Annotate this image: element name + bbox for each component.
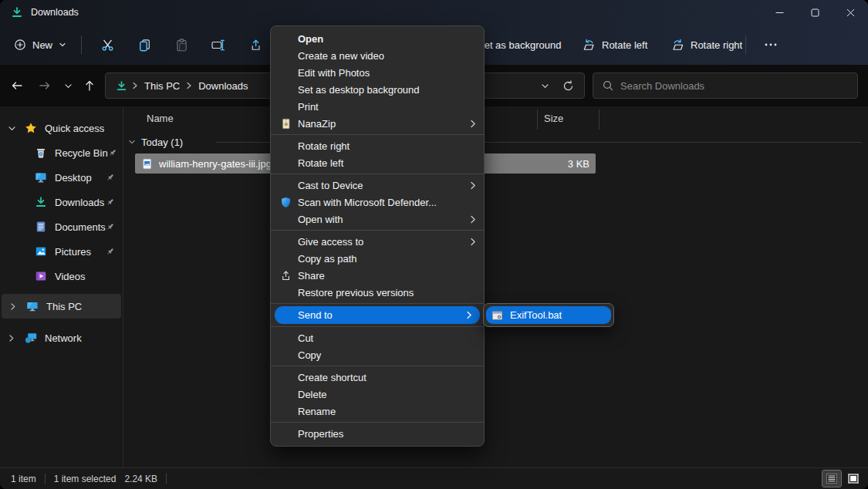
breadcrumb-this-pc[interactable]: This PC <box>143 80 181 92</box>
menu-item-copy-as-path[interactable]: Copy as path <box>271 250 484 267</box>
sidebar-item-network[interactable]: Network <box>0 325 123 350</box>
sidebar: Quick access Recycle Bin Desktop <box>0 106 123 467</box>
menu-item-share[interactable]: Share <box>271 267 484 284</box>
paste-button[interactable] <box>163 31 200 59</box>
rotate-right-icon <box>671 39 684 52</box>
sidebar-item-label: This PC <box>46 301 82 312</box>
submenu-item-exiftool-bat[interactable]: ExifTool.bat <box>486 306 611 324</box>
chevron-down-icon <box>59 41 66 49</box>
sidebar-item-pictures[interactable]: Pictures <box>0 239 123 264</box>
breadcrumb-chevron-icon <box>132 82 138 89</box>
status-item-count: 1 item <box>11 474 36 484</box>
copy-button[interactable] <box>126 31 163 59</box>
file-list-area: Name Size Today (1) william-henry-gates-… <box>123 106 868 467</box>
file-explorer-window: Downloads New <box>0 0 868 489</box>
submenu-arrow-icon <box>466 311 472 319</box>
menu-item-print[interactable]: Print <box>271 98 484 115</box>
send-to-submenu: ExifTool.bat <box>483 303 614 327</box>
bat-file-icon <box>491 310 503 321</box>
menu-item-send-to[interactable]: Send to <box>275 306 480 324</box>
copy-icon <box>138 39 151 52</box>
large-icons-view-button[interactable] <box>844 470 863 487</box>
chevron-down-icon[interactable] <box>8 124 17 133</box>
menu-item-cast-to-device[interactable]: Cast to Device <box>271 177 484 194</box>
rename-icon <box>211 39 225 52</box>
maximize-button[interactable] <box>797 0 833 25</box>
chevron-right-icon[interactable] <box>9 302 19 311</box>
forward-button[interactable] <box>34 75 56 96</box>
sidebar-item-quick-access[interactable]: Quick access <box>0 116 123 140</box>
submenu-arrow-icon <box>470 238 476 246</box>
network-icon <box>25 332 37 344</box>
share-icon <box>280 270 298 282</box>
search-box[interactable] <box>593 73 858 99</box>
plus-circle-icon <box>14 39 26 51</box>
menu-item-copy[interactable]: Copy <box>271 346 484 363</box>
up-button[interactable] <box>79 75 100 96</box>
menu-item-scan-with-microsoft-defender[interactable]: Scan with Microsoft Defender... <box>271 194 484 211</box>
rotate-right-button[interactable]: Rotate right <box>671 25 742 65</box>
paste-icon <box>175 39 188 52</box>
rename-button[interactable] <box>200 31 237 59</box>
menu-item-edit-with-photos[interactable]: Edit with Photos <box>271 64 484 81</box>
close-button[interactable] <box>833 0 868 25</box>
defender-shield-icon <box>280 197 298 208</box>
details-view-icon <box>826 474 837 484</box>
cut-button[interactable] <box>89 31 126 59</box>
menu-item-create-a-new-video[interactable]: Create a new video <box>271 47 484 64</box>
new-button[interactable]: New <box>6 31 74 59</box>
menu-item-properties[interactable]: Properties <box>271 425 484 442</box>
status-selected-size: 2.24 KB <box>124 474 157 484</box>
sidebar-item-documents[interactable]: Documents <box>0 214 123 239</box>
column-divider[interactable] <box>599 110 599 130</box>
details-view-button[interactable] <box>822 470 841 487</box>
sidebar-item-recycle-bin[interactable]: Recycle Bin <box>0 140 123 165</box>
search-icon <box>603 80 613 91</box>
search-input[interactable] <box>620 80 848 92</box>
breadcrumb-downloads[interactable]: Downloads <box>197 80 249 92</box>
sidebar-item-label: Downloads <box>55 197 104 208</box>
menu-item-rename[interactable]: Rename <box>271 403 484 420</box>
set-as-background-label: Set as background <box>478 39 561 51</box>
menu-item-rotate-left[interactable]: Rotate left <box>271 154 484 171</box>
arrow-right-icon <box>39 79 51 92</box>
arrow-left-icon <box>11 79 23 92</box>
menu-item-set-as-desktop-background[interactable]: Set as desktop background <box>271 81 484 98</box>
group-header-today[interactable]: Today (1) <box>128 135 183 149</box>
rotate-left-button[interactable]: Rotate left <box>583 25 647 65</box>
status-bar: 1 item 1 item selected 2.24 KB <box>0 467 868 489</box>
submenu-arrow-icon <box>470 181 476 190</box>
refresh-button[interactable] <box>556 75 579 96</box>
set-as-background-button[interactable]: Set as background <box>478 25 561 65</box>
chevron-right-icon[interactable] <box>8 334 17 342</box>
chevron-down-icon[interactable] <box>128 138 136 146</box>
sidebar-item-this-pc[interactable]: This PC <box>2 294 121 319</box>
menu-item-cut[interactable]: Cut <box>271 329 484 346</box>
downloads-folder-icon <box>11 6 23 19</box>
share-button[interactable] <box>237 31 274 59</box>
column-header-name[interactable]: Name <box>147 113 174 124</box>
sidebar-item-desktop[interactable]: Desktop <box>0 165 123 190</box>
menu-item-restore-previous-versions[interactable]: Restore previous versions <box>271 284 484 301</box>
more-options-button[interactable] <box>759 25 782 65</box>
menu-item-nanazip[interactable]: NanaZip <box>271 115 484 132</box>
group-header-label: Today (1) <box>141 137 183 148</box>
menu-item-delete[interactable]: Delete <box>271 386 484 403</box>
sidebar-item-downloads[interactable]: Downloads <box>0 190 123 214</box>
menu-item-create-shortcut[interactable]: Create shortcut <box>271 369 484 386</box>
minimize-button[interactable] <box>762 0 797 25</box>
address-dropdown-button[interactable] <box>533 75 556 96</box>
sidebar-item-label: Desktop <box>55 172 92 184</box>
menu-item-rotate-right[interactable]: Rotate right <box>271 137 484 154</box>
menu-item-open-with[interactable]: Open with <box>271 211 484 228</box>
recent-locations-button[interactable] <box>59 75 77 96</box>
window-controls <box>762 0 868 25</box>
menu-item-give-access-to[interactable]: Give access to <box>271 233 484 250</box>
menu-separator <box>271 326 484 327</box>
menu-item-open[interactable]: Open <box>271 30 484 47</box>
status-selected: 1 item selected <box>54 474 117 484</box>
column-divider[interactable] <box>537 110 538 130</box>
sidebar-item-videos[interactable]: Videos <box>0 264 123 288</box>
column-header-size[interactable]: Size <box>544 113 563 124</box>
back-button[interactable] <box>6 75 28 96</box>
